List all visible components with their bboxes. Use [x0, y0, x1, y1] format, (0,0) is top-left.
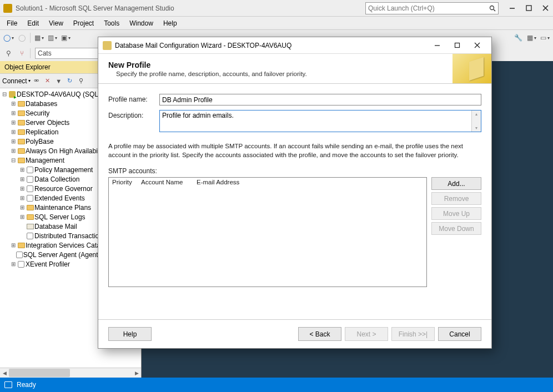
expand-icon[interactable]: ⊞: [19, 167, 26, 173]
toolbox-button[interactable]: ▦: [525, 32, 537, 44]
tree-item[interactable]: Replication: [26, 128, 58, 136]
dialog-header: New Profile Specify the profile name, de…: [98, 54, 491, 84]
help-button[interactable]: Help: [108, 327, 152, 341]
scroll-left-icon[interactable]: ◀: [0, 368, 9, 378]
expand-icon[interactable]: ⊞: [19, 214, 26, 220]
move-up-button: Move Up: [431, 207, 481, 220]
description-scrollbar[interactable]: ▴▾: [471, 110, 481, 132]
blank-exp: [19, 233, 26, 239]
disconnect-icon[interactable]: ⚮: [32, 76, 42, 86]
expand-icon[interactable]: ⊞: [19, 176, 26, 182]
tree-item[interactable]: Data Collection: [34, 175, 79, 183]
tree-item[interactable]: Security: [26, 109, 49, 117]
tree-item-database-mail[interactable]: Database Mail: [34, 223, 77, 230]
filter-tree-icon[interactable]: ▼: [54, 76, 64, 86]
branch-icon[interactable]: ⑂: [16, 47, 28, 59]
scroll-thumb[interactable]: [9, 369, 70, 377]
tree-item[interactable]: Always On High Availability: [26, 147, 106, 155]
window-layout-button[interactable]: ▭: [539, 32, 551, 44]
expand-icon[interactable]: ⊞: [10, 138, 17, 144]
tree-horizontal-scrollbar[interactable]: ◀ ▶: [0, 368, 141, 378]
new-query-button[interactable]: ▦: [33, 32, 45, 44]
expand-icon[interactable]: ⊞: [19, 185, 26, 192]
menu-tools[interactable]: Tools: [99, 18, 124, 28]
search-icon[interactable]: [489, 5, 498, 12]
extended-events-icon: [26, 194, 34, 202]
tree-item[interactable]: Extended Events: [34, 194, 85, 202]
expand-icon[interactable]: ⊞: [19, 195, 26, 201]
nav-back-button[interactable]: ◯: [2, 32, 14, 44]
folder-icon: [17, 109, 26, 117]
expand-icon[interactable]: ⊞: [10, 261, 17, 267]
menu-file[interactable]: File: [2, 18, 22, 28]
tree-item[interactable]: Policy Management: [34, 166, 93, 174]
tree-item-management[interactable]: Management: [26, 157, 64, 164]
open-button[interactable]: ▥: [46, 32, 58, 44]
collapse-icon[interactable]: ⊟: [1, 91, 8, 97]
tree-item[interactable]: PolyBase: [26, 138, 54, 145]
move-down-button: Move Down: [431, 222, 481, 235]
profile-name-input[interactable]: [159, 94, 481, 105]
dialog-body: Profile name: Description: Profile for a…: [98, 84, 491, 319]
dialog-app-icon: [103, 41, 112, 50]
save-button[interactable]: ▣: [59, 32, 72, 44]
agent-icon: [16, 251, 23, 259]
expand-icon[interactable]: ⊞: [10, 148, 17, 154]
description-input[interactable]: Profile for admin emails.: [160, 110, 471, 132]
tree-item[interactable]: Distributed Transaction: [34, 232, 103, 240]
policy-icon: [26, 166, 34, 174]
expand-icon[interactable]: ⊞: [10, 242, 17, 248]
menu-view[interactable]: View: [44, 18, 68, 28]
close-button[interactable]: [541, 4, 550, 13]
status-icon: [4, 381, 12, 388]
expand-icon[interactable]: ⊞: [10, 100, 17, 107]
breadcrumb-text: Cats: [38, 49, 52, 57]
expand-icon[interactable]: ⊞: [10, 119, 17, 125]
server-icon: [8, 91, 17, 98]
collapse-icon[interactable]: ⊟: [10, 157, 17, 163]
minimize-button[interactable]: [507, 4, 516, 13]
column-account-name[interactable]: Account Name: [138, 178, 193, 189]
mail-icon: [26, 223, 34, 230]
column-priority[interactable]: Priority: [109, 178, 138, 189]
filter-icon[interactable]: ⚲: [2, 47, 14, 59]
expand-icon[interactable]: ⊞: [19, 204, 26, 210]
connect-button[interactable]: Connect: [2, 77, 31, 85]
stop-icon[interactable]: ✕: [43, 76, 53, 86]
app-icon: [3, 4, 12, 13]
menu-project[interactable]: Project: [69, 18, 98, 28]
column-email[interactable]: E-mail Address: [193, 178, 426, 189]
cancel-button[interactable]: Cancel: [438, 327, 481, 341]
dialog-maximize-button[interactable]: [447, 39, 467, 52]
nav-forward-button[interactable]: ◯: [16, 32, 28, 44]
tree-item[interactable]: Server Objects: [26, 119, 69, 127]
menu-help[interactable]: Help: [159, 18, 182, 28]
back-button[interactable]: < Back: [298, 327, 341, 341]
tree-item[interactable]: SQL Server Logs: [34, 213, 86, 221]
scroll-down-icon[interactable]: ▾: [475, 125, 477, 130]
refresh-icon[interactable]: ↻: [65, 76, 75, 86]
expand-icon[interactable]: ⊞: [10, 110, 17, 116]
tree-item[interactable]: Resource Governor: [34, 185, 93, 193]
tree-item[interactable]: Maintenance Plans: [34, 204, 91, 212]
tree-item-xevent[interactable]: XEvent Profiler: [26, 260, 70, 268]
blank-exp: [10, 252, 16, 258]
tree-item[interactable]: Databases: [26, 100, 57, 108]
dialog-minimize-button[interactable]: [427, 39, 447, 52]
quick-launch-input[interactable]: [366, 4, 489, 12]
smtp-accounts-grid[interactable]: Priority Account Name E-mail Address: [108, 177, 427, 287]
quick-launch[interactable]: [365, 2, 499, 14]
dialog-close-button[interactable]: [467, 39, 487, 52]
tool-icon[interactable]: 🔧: [512, 32, 524, 44]
scroll-up-icon[interactable]: ▴: [475, 112, 477, 117]
menu-window[interactable]: Window: [125, 18, 158, 28]
expand-icon[interactable]: ⊞: [10, 129, 17, 135]
maximize-button[interactable]: [524, 4, 533, 13]
scroll-right-icon[interactable]: ▶: [132, 368, 141, 378]
dialog-titlebar[interactable]: Database Mail Configuration Wizard - DES…: [98, 37, 491, 54]
add-account-button[interactable]: Add...: [431, 177, 481, 190]
search-tree-icon[interactable]: ⚲: [76, 76, 86, 86]
dialog-heading: New Profile: [108, 61, 307, 69]
folder-icon: [17, 138, 26, 145]
menu-edit[interactable]: Edit: [23, 18, 43, 28]
